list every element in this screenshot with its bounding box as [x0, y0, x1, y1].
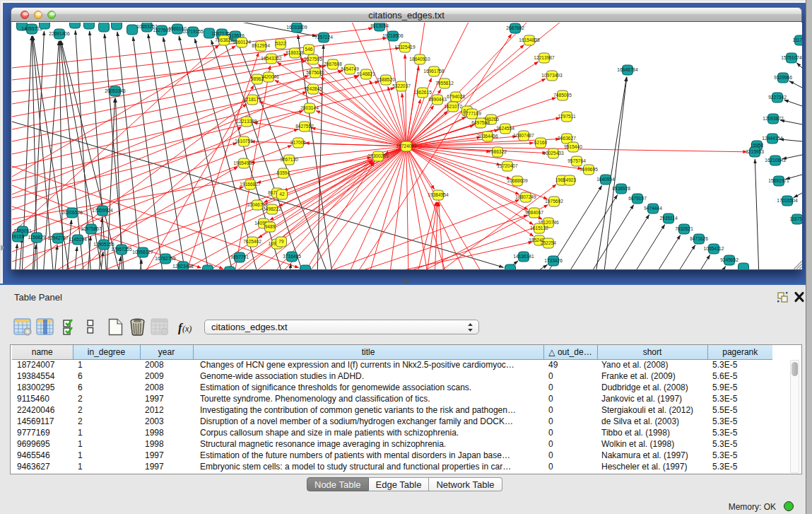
svg-text:8990443: 8990443 — [428, 97, 447, 102]
svg-text:12213389: 12213389 — [236, 119, 257, 124]
svg-text:39159: 39159 — [12, 234, 24, 239]
svg-text:9489: 9489 — [265, 224, 276, 229]
svg-text:1640954: 1640954 — [596, 177, 615, 182]
svg-text:6794028: 6794028 — [447, 94, 465, 99]
svg-text:5322037: 5322037 — [392, 83, 411, 88]
svg-text:22691406: 22691406 — [49, 31, 70, 36]
svg-text:(x): (x) — [182, 324, 192, 334]
svg-text:9327505: 9327505 — [304, 57, 322, 62]
svg-text:8427552: 8427552 — [295, 124, 314, 129]
svg-text:8186328: 8186328 — [286, 50, 304, 55]
svg-text:9575764: 9575764 — [567, 158, 586, 163]
svg-text:6679197: 6679197 — [628, 196, 647, 201]
svg-text:10807487: 10807487 — [513, 133, 534, 138]
svg-text:16210643: 16210643 — [765, 158, 786, 163]
svg-text:3624554: 3624554 — [496, 126, 514, 131]
svg-text:546: 546 — [305, 47, 312, 52]
svg-text:12923448: 12923448 — [172, 264, 194, 269]
svg-text:9245652: 9245652 — [720, 257, 739, 262]
svg-text:10975867: 10975867 — [81, 226, 102, 231]
svg-text:7955812: 7955812 — [435, 81, 454, 86]
svg-text:1145194: 1145194 — [69, 237, 87, 242]
svg-text:2935114: 2935114 — [659, 216, 678, 221]
svg-text:1156829: 1156829 — [28, 235, 46, 240]
svg-text:17957255: 17957255 — [111, 247, 132, 252]
svg-text:7632621: 7632621 — [675, 226, 693, 231]
svg-text:3267130: 3267130 — [280, 157, 298, 162]
svg-text:1588520: 1588520 — [377, 77, 395, 82]
svg-text:19218506: 19218506 — [382, 33, 404, 38]
svg-text:1615132: 1615132 — [530, 226, 548, 230]
svg-text:9084067: 9084067 — [525, 210, 543, 215]
svg-text:10719155: 10719155 — [182, 29, 204, 34]
svg-text:252254: 252254 — [541, 240, 556, 245]
svg-text:12942737: 12942737 — [47, 235, 69, 240]
svg-text:12093872: 12093872 — [763, 116, 784, 121]
svg-text:10654112: 10654112 — [704, 246, 724, 251]
svg-text:53594: 53594 — [277, 170, 290, 175]
svg-text:12905135: 12905135 — [93, 242, 114, 247]
svg-text:10688609: 10688609 — [507, 178, 528, 183]
svg-text:9777169: 9777169 — [463, 111, 481, 116]
svg-text:98962: 98962 — [251, 76, 264, 81]
svg-text:1610755: 1610755 — [235, 139, 253, 144]
svg-text:10973493: 10973493 — [541, 73, 563, 78]
svg-text:111736: 111736 — [792, 37, 802, 42]
svg-text:17359924: 17359924 — [92, 208, 113, 213]
svg-text:9860124: 9860124 — [233, 40, 251, 45]
svg-text:9463627: 9463627 — [558, 136, 576, 141]
svg-text:17016504: 17016504 — [777, 198, 798, 203]
svg-text:16648784: 16648784 — [617, 67, 638, 72]
svg-text:7986322: 7986322 — [488, 149, 507, 154]
svg-text:15692971: 15692971 — [768, 178, 789, 183]
svg-text:20206576: 20206576 — [61, 210, 83, 215]
svg-text:1297511: 1297511 — [558, 114, 576, 119]
svg-text:19654985: 19654985 — [233, 160, 254, 165]
svg-text:9146821: 9146821 — [357, 71, 375, 76]
svg-text:8454749: 8454749 — [341, 66, 359, 71]
svg-text:16961758: 16961758 — [423, 69, 445, 74]
svg-text:20053346: 20053346 — [105, 88, 126, 93]
svg-text:9474444: 9474444 — [644, 206, 662, 211]
svg-text:8471626: 8471626 — [690, 236, 708, 241]
svg-text:9227342: 9227342 — [768, 95, 787, 100]
svg-text:7357224: 7357224 — [314, 35, 333, 40]
svg-text:10958127: 10958127 — [132, 250, 153, 255]
svg-text:9515440: 9515440 — [564, 144, 582, 149]
svg-text:15720407: 15720407 — [497, 163, 518, 168]
svg-text:1975692: 1975692 — [545, 199, 563, 204]
svg-text:2867608: 2867608 — [324, 62, 342, 66]
svg-text:18807249: 18807249 — [515, 194, 536, 199]
svg-text:1362615: 1362615 — [413, 90, 432, 95]
svg-text:12444154: 12444154 — [762, 136, 783, 141]
svg-text:19384554: 19384554 — [428, 192, 449, 197]
svg-text:62160: 62160 — [534, 140, 548, 145]
svg-text:9242845: 9242845 — [304, 86, 322, 91]
svg-text:817006: 817006 — [290, 140, 306, 145]
svg-text:18300295: 18300295 — [367, 153, 389, 158]
svg-text:12325419: 12325419 — [394, 45, 416, 49]
svg-text:16782759: 16782759 — [155, 256, 176, 261]
svg-text:1621072: 1621072 — [444, 104, 462, 109]
svg-text:42: 42 — [279, 192, 285, 197]
svg-text:8938928: 8938928 — [612, 186, 630, 191]
svg-text:2718176: 2718176 — [243, 97, 261, 102]
svg-text:5875685: 5875685 — [306, 70, 324, 75]
svg-text:14136141: 14136141 — [513, 254, 534, 259]
svg-text:12213987: 12213987 — [534, 55, 555, 60]
svg-text:3716485: 3716485 — [283, 254, 301, 259]
svg-text:9699695: 9699695 — [579, 167, 598, 172]
svg-text:19166827: 19166827 — [240, 182, 261, 187]
svg-text:7625402: 7625402 — [243, 239, 261, 244]
svg-text:16543362: 16543362 — [261, 56, 282, 61]
svg-text:9857791: 9857791 — [230, 255, 249, 259]
svg-text:79: 79 — [278, 239, 284, 244]
svg-text:5322: 5322 — [276, 41, 286, 46]
svg-text:15751074: 15751074 — [781, 55, 802, 60]
svg-text:20364436: 20364436 — [477, 134, 498, 139]
svg-text:2687682: 2687682 — [506, 25, 524, 30]
svg-text:16033809: 16033809 — [286, 25, 307, 30]
svg-text:7485005: 7485005 — [553, 93, 572, 98]
svg-text:3215953: 3215953 — [746, 149, 764, 154]
svg-text:5498222: 5498222 — [263, 206, 281, 211]
